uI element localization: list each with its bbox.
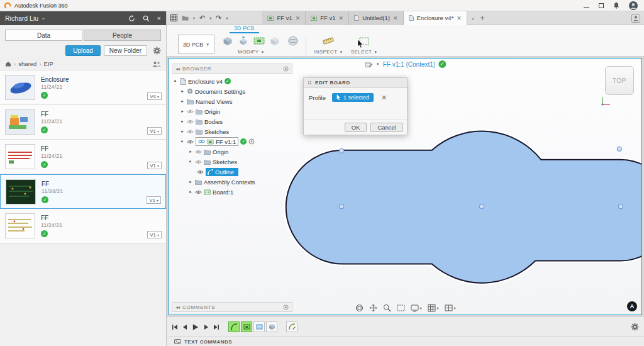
eye-visibility-icon[interactable] <box>195 160 202 164</box>
select-group-label[interactable]: SELECT <box>351 49 372 55</box>
collapse-panel-icon[interactable]: ◂◂ <box>175 304 179 310</box>
active-edit-component-box[interactable]: FF v1:1 <box>196 137 238 146</box>
breadcrumb-shared[interactable]: shared <box>18 60 36 67</box>
version-chip[interactable]: V4▾ <box>147 92 162 100</box>
extrude-tool-icon[interactable] <box>222 36 233 46</box>
new-document-button[interactable]: + <box>480 14 484 22</box>
viewports-dropdown[interactable]: ▾ <box>445 304 456 312</box>
skip-to-end-button[interactable] <box>213 324 219 330</box>
undo-icon[interactable]: ↶ <box>199 14 205 21</box>
orbit-icon[interactable] <box>355 304 363 312</box>
workspace-tab-3d-pcb[interactable]: 3D PCB <box>230 25 259 33</box>
tree-item-sketches-child[interactable]: ▸ Sketches <box>172 157 292 167</box>
step-back-button[interactable] <box>182 324 188 330</box>
pcb-workspace-dropdown[interactable]: 3D PCB ▼ <box>178 35 214 54</box>
eye-visibility-icon[interactable] <box>187 109 194 114</box>
minimize-button[interactable] <box>584 4 589 8</box>
refresh-icon[interactable] <box>128 15 135 22</box>
disclosure-triangle-icon[interactable]: ▸ <box>180 99 185 104</box>
tree-item-enclosure-v4[interactable]: ▸ Enclosure v4 ✓ <box>172 76 292 86</box>
file-card-ff-1[interactable]: FF 11/24/21 ✓ V1▾ <box>0 105 166 140</box>
disclosure-triangle-icon[interactable]: ▸ <box>188 179 193 184</box>
timeline-feature-board[interactable] <box>253 321 265 332</box>
disclosure-triangle-icon[interactable]: ▸ <box>180 119 185 124</box>
user-avatar[interactable] <box>629 1 638 10</box>
timeline-feature-sketch-1[interactable] <box>228 321 240 332</box>
close-tab-icon[interactable]: ✕ <box>393 15 398 21</box>
appearance-sphere-icon[interactable] <box>288 36 298 46</box>
step-forward-button[interactable] <box>203 324 209 330</box>
panel-settings-gear-icon[interactable] <box>153 47 161 55</box>
new-folder-button[interactable]: New Folder <box>104 45 147 56</box>
viewcube[interactable]: TOP <box>605 66 634 95</box>
play-button[interactable] <box>192 323 199 331</box>
timeline-feature-component[interactable] <box>266 321 277 332</box>
doc-tab-untitled[interactable]: Untitled(1) ✕ <box>349 11 403 25</box>
panel-options-icon[interactable] <box>283 304 289 310</box>
model-viewport[interactable]: ▼ FF v1:1 (Context1) ✓ ◂◂ BROWSER <box>169 58 642 315</box>
ok-button[interactable]: OK <box>345 123 367 132</box>
close-tab-icon[interactable]: ✕ <box>339 15 344 21</box>
tree-item-outline-selected[interactable]: Outline <box>172 167 292 177</box>
disclosure-triangle-icon[interactable]: ▸ <box>180 129 185 134</box>
component-tool-icon[interactable] <box>269 36 280 46</box>
breadcrumb-project[interactable]: EIP <box>43 60 53 67</box>
tree-item-named-views[interactable]: ▸ Named Views <box>172 96 292 106</box>
text-commands-bar[interactable]: TEXT COMMANDS <box>167 337 644 346</box>
doc-tab-ff-v1-b[interactable]: FF v1 ✕ <box>306 11 349 25</box>
eye-visibility-icon[interactable] <box>187 130 194 134</box>
search-icon[interactable] <box>143 15 150 22</box>
eye-visibility-icon[interactable] <box>195 150 202 154</box>
file-card-enclosure[interactable]: Enclosure 11/24/21 ✓ V4▾ <box>0 70 166 105</box>
tab-data[interactable]: Data <box>5 30 82 41</box>
comments-panel-header[interactable]: ◂◂ COMMENTS <box>172 302 292 312</box>
zoom-icon[interactable] <box>382 304 391 312</box>
inspect-group-label[interactable]: INSPECT <box>314 49 337 55</box>
measure-tool-icon[interactable] <box>322 36 335 46</box>
chevron-down-icon[interactable]: ▾ <box>209 16 211 20</box>
panel-options-icon[interactable] <box>283 66 289 72</box>
chevron-down-icon[interactable]: ▾ <box>226 16 228 20</box>
disclosure-triangle-icon[interactable]: ▸ <box>188 149 193 154</box>
version-chip[interactable]: V1▾ <box>147 196 161 204</box>
disclosure-triangle-icon[interactable]: ▸ <box>188 189 193 194</box>
file-card-ff-4[interactable]: FF 11/24/21 ✓ V1▾ <box>0 209 166 243</box>
profile-icon[interactable] <box>631 14 640 23</box>
tab-list-chevron-icon[interactable]: ⌄ <box>471 15 475 21</box>
collapse-panel-icon[interactable]: ◂◂ <box>175 66 179 72</box>
notifications-bell-icon[interactable] <box>613 2 619 9</box>
cancel-button[interactable]: Cancel <box>370 123 403 132</box>
dialog-header[interactable]: EDIT BOARD <box>304 78 407 88</box>
maximize-button[interactable] <box>599 3 604 8</box>
timeline-feature-sketch-3[interactable] <box>286 321 297 332</box>
members-icon[interactable] <box>152 61 161 67</box>
edit-context-icon[interactable] <box>365 61 373 68</box>
tree-item-ff-v1-component[interactable]: ▸ FF v1:1 ✓ <box>172 137 292 147</box>
timeline-feature-sketch-2[interactable] <box>241 321 252 332</box>
tab-people[interactable]: People <box>84 30 161 41</box>
selected-sketch-outline[interactable]: Outline <box>206 168 238 176</box>
disclosure-triangle-icon[interactable]: ▸ <box>180 89 185 94</box>
close-tab-icon[interactable]: ✕ <box>457 15 462 21</box>
tree-item-bodies[interactable]: ▸ Bodies <box>172 116 292 126</box>
doc-tab-enclosure-v4-active[interactable]: Enclosure v4* ✕ <box>404 11 467 25</box>
finish-context-check-icon[interactable]: ✓ <box>438 60 446 68</box>
chevron-down-icon[interactable]: ▼ <box>376 62 380 66</box>
tree-item-origin[interactable]: ▸ Origin <box>172 106 292 116</box>
eye-visibility-icon[interactable] <box>197 170 204 174</box>
data-panel-toggle-icon[interactable] <box>170 14 177 21</box>
doc-tab-ff-v1-a[interactable]: FF v1 ✕ <box>262 11 306 25</box>
tree-item-assembly-contexts[interactable]: ▸ Assembly Contexts <box>172 177 292 187</box>
browser-header[interactable]: ◂◂ BROWSER <box>172 64 292 74</box>
eye-visibility-icon[interactable] <box>195 190 202 194</box>
version-chip[interactable]: V1▾ <box>147 162 162 169</box>
modify-group-label[interactable]: MODIFY <box>238 49 259 55</box>
eye-visibility-icon[interactable] <box>187 140 194 144</box>
tree-item-sketches[interactable]: ▸ Sketches <box>172 126 292 137</box>
fit-view-icon[interactable] <box>396 304 404 312</box>
version-chip[interactable]: V1▾ <box>147 127 162 135</box>
close-panel-icon[interactable]: × <box>157 15 161 22</box>
edit-board-tool-icon[interactable] <box>253 36 265 45</box>
press-pull-tool-icon[interactable] <box>238 36 249 46</box>
timeline-settings-gear-icon[interactable] <box>631 323 639 331</box>
